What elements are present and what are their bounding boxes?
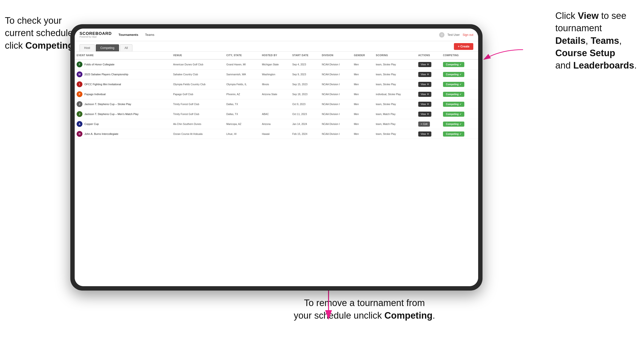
table-row: A Copper Cup Ak-Chin Southern DunesMaric…	[75, 119, 478, 129]
col-event-name: Event Name	[75, 52, 171, 59]
competing-button-5[interactable]: Competing	[443, 112, 464, 117]
col-actions: Actions	[416, 52, 441, 59]
competing-button-4[interactable]: Competing	[443, 102, 464, 107]
gender-5: Men	[352, 109, 374, 119]
table-row: P Papago Individual Papago Golf ClubPhoe…	[75, 89, 478, 99]
event-name-cell-3: P Papago Individual	[75, 89, 171, 99]
start_date-1: Sep 9, 2023	[290, 69, 320, 79]
actions-cell-3: View ⚙	[416, 89, 441, 99]
tab-bar: Host Competing All + Create	[75, 41, 478, 52]
team-logo-0: F	[76, 61, 82, 67]
col-division: Division	[320, 52, 352, 59]
scoring-6: team, Match Play	[374, 119, 416, 129]
view-button-3[interactable]: View ⚙	[418, 92, 431, 97]
scoring-4: team, Stroke Play	[374, 99, 416, 109]
city_state-0: Grand Haven, MI	[224, 59, 260, 69]
logo: SCOREBOARD Powered by clippi	[80, 31, 112, 38]
team-logo-2: I	[76, 81, 82, 87]
event-name-1: 2023 Sahalee Players Championship	[84, 73, 128, 76]
event-name-cell-6: A Copper Cup	[75, 119, 171, 129]
hosted_by-7: Hawaii	[260, 129, 290, 139]
start_date-6: Jan 14, 2024	[290, 119, 320, 129]
table-header: Event Name Venue City, State Hosted By S…	[75, 52, 478, 59]
event-name-2: OFCC Fighting Illini Invitational	[84, 83, 121, 86]
division-1: NCAA Division I	[320, 69, 352, 79]
view-button-0[interactable]: View ⚙	[418, 62, 431, 67]
create-button[interactable]: + Create	[454, 43, 473, 50]
start_date-0: Sep 4, 2023	[290, 59, 320, 69]
nav-tournaments[interactable]: Tournaments	[118, 33, 138, 36]
event-name-cell-1: W 2023 Sahalee Players Championship	[75, 69, 171, 79]
competing-button-3[interactable]: Competing	[443, 92, 464, 97]
actions-cell-1: View ⚙	[416, 69, 441, 79]
col-competing: Competing	[441, 52, 478, 59]
team-logo-4: J	[76, 101, 82, 107]
event-name-cell-7: H John A. Burns Intercollegiate	[75, 129, 171, 139]
competing-button-6[interactable]: Competing	[443, 122, 464, 127]
edit-button-6[interactable]: ✏ Edit	[418, 122, 430, 127]
venue-5: Trinity Forest Golf Club	[171, 109, 224, 119]
actions-cell-2: View ⚙	[416, 79, 441, 89]
table-row: I OFCC Fighting Illini Invitational Olym…	[75, 79, 478, 89]
city_state-2: Olympia Fields, IL	[224, 79, 260, 89]
competing-button-1[interactable]: Competing	[443, 72, 464, 77]
col-hosted-by: Hosted By	[260, 52, 290, 59]
division-0: NCAA Division I	[320, 59, 352, 69]
tab-host[interactable]: Host	[80, 44, 95, 51]
user-name: Test User	[447, 33, 460, 36]
col-venue: Venue	[171, 52, 224, 59]
competing-button-7[interactable]: Competing	[443, 132, 464, 137]
hosted_by-4	[260, 99, 290, 109]
competing-button-0[interactable]: Competing	[443, 62, 464, 67]
tournaments-table: Event Name Venue City, State Hosted By S…	[75, 52, 478, 139]
view-button-2[interactable]: View ⚙	[418, 82, 431, 87]
annotation-bottom: To remove a tournament from your schedul…	[294, 297, 435, 322]
team-logo-7: H	[76, 131, 82, 137]
signout-link[interactable]: Sign out	[463, 33, 473, 36]
competing-cell-7: Competing	[441, 129, 478, 139]
competing-cell-6: Competing	[441, 119, 478, 129]
tablet-frame: SCOREBOARD Powered by clippi Tournaments…	[70, 24, 482, 291]
event-name-3: Papago Individual	[84, 93, 106, 96]
competing-cell-4: Competing	[441, 99, 478, 109]
table-row: F Folds of Honor Collegiate American Dun…	[75, 59, 478, 69]
table-body: F Folds of Honor Collegiate American Dun…	[75, 59, 478, 139]
scoring-1: team, Stroke Play	[374, 69, 416, 79]
division-2: NCAA Division I	[320, 79, 352, 89]
city_state-3: Phoenix, AZ	[224, 89, 260, 99]
tab-competing[interactable]: Competing	[96, 44, 119, 51]
gender-4: Men	[352, 99, 374, 109]
division-6: NCAA Division I	[320, 119, 352, 129]
gender-2: Men	[352, 79, 374, 89]
division-5: NCAA Division I	[320, 109, 352, 119]
competing-cell-0: Competing	[441, 59, 478, 69]
hosted_by-3: Arizona State	[260, 89, 290, 99]
view-button-4[interactable]: View ⚙	[418, 102, 431, 107]
event-name-0: Folds of Honor Collegiate	[84, 63, 114, 66]
city_state-6: Maricopa, AZ	[224, 119, 260, 129]
annotation-arrow-right-top	[477, 45, 525, 64]
venue-2: Olympia Fields Country Club	[171, 79, 224, 89]
venue-6: Ak-Chin Southern Dunes	[171, 119, 224, 129]
view-button-1[interactable]: View ⚙	[418, 72, 431, 77]
table-row: J Jackson T. Stephens Cup – Stroke Play …	[75, 99, 478, 109]
event-name-cell-0: F Folds of Honor Collegiate	[75, 59, 171, 69]
view-button-5[interactable]: View ⚙	[418, 112, 431, 117]
start_date-5: Oct 11, 2023	[290, 109, 320, 119]
tab-all[interactable]: All	[120, 44, 132, 51]
event-name-cell-5: J Jackson T. Stephens Cup – Men's Match …	[75, 109, 171, 119]
tablet-screen: SCOREBOARD Powered by clippi Tournaments…	[75, 28, 478, 286]
nav-teams[interactable]: Teams	[145, 33, 154, 36]
view-button-7[interactable]: View ⚙	[418, 132, 431, 137]
city_state-7: Lihue, HI	[224, 129, 260, 139]
actions-cell-5: View ⚙	[416, 109, 441, 119]
venue-4: Trinity Forest Golf Club	[171, 99, 224, 109]
user-avatar: U	[439, 32, 444, 37]
gender-7: Men	[352, 129, 374, 139]
competing-button-2[interactable]: Competing	[443, 82, 464, 87]
competing-cell-2: Competing	[441, 79, 478, 89]
venue-7: Ocean Course At Hokuala	[171, 129, 224, 139]
competing-cell-5: Competing	[441, 109, 478, 119]
venue-1: Sahalee Country Club	[171, 69, 224, 79]
event-name-6: Copper Cup	[84, 123, 99, 125]
